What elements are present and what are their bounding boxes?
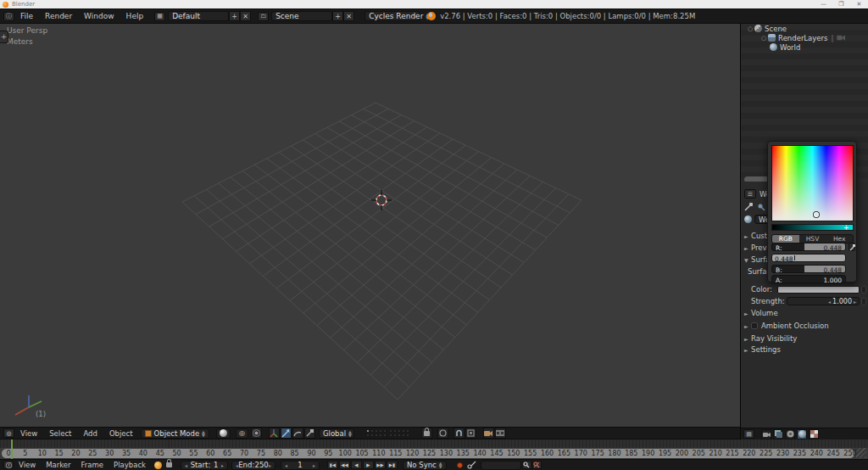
menu-tl-playback[interactable]: Playback: [108, 460, 151, 470]
disclosure-dot-icon[interactable]: ○: [761, 35, 766, 42]
panel-settings[interactable]: ► Settings: [744, 345, 781, 354]
outliner-row-renderlayers[interactable]: ○ RenderLayers |: [741, 33, 868, 42]
ambient-occlusion-checkbox[interactable]: [751, 322, 758, 329]
restore-button[interactable]: ❐: [832, 0, 850, 8]
opengl-render-button[interactable]: [483, 428, 494, 439]
snap-toggle[interactable]: [453, 428, 465, 439]
pin-icon[interactable]: [757, 203, 765, 211]
menu-tl-marker[interactable]: Marker: [41, 460, 75, 470]
insert-keyframe-button[interactable]: [522, 461, 531, 469]
tab-world[interactable]: [797, 429, 807, 439]
layer-toggle[interactable]: [389, 434, 392, 437]
menu-select[interactable]: Select: [43, 427, 77, 440]
layer-toggle[interactable]: [366, 429, 370, 433]
layer-toggle[interactable]: [383, 429, 387, 433]
next-keyframe-button[interactable]: ▶▶: [375, 461, 386, 469]
layer-toggle[interactable]: [402, 434, 405, 437]
layer-toggle[interactable]: [393, 429, 397, 433]
outliner-row-world[interactable]: World: [741, 42, 868, 52]
manipulator-rotate-button[interactable]: [292, 428, 303, 439]
layers-grid-2[interactable]: [389, 429, 409, 437]
layer-toggle[interactable]: [375, 434, 378, 437]
delete-keyframe-button[interactable]: [532, 461, 542, 469]
layer-toggle[interactable]: [379, 434, 382, 437]
blue-slider[interactable]: B: 0.448: [771, 265, 846, 273]
layers-grid-1[interactable]: [366, 429, 387, 437]
layer-toggle[interactable]: [366, 434, 370, 437]
timeline-ruler[interactable]: 0510152025303540455055606570758085909510…: [0, 448, 868, 459]
panel-ray-visibility[interactable]: ► Ray Visibility: [744, 334, 797, 343]
animate-property-button[interactable]: [861, 298, 866, 305]
slider-right-arrow-icon[interactable]: ▸: [854, 299, 856, 305]
jump-to-start-button[interactable]: ▮◀: [327, 461, 338, 469]
color-field-cursor[interactable]: [814, 212, 819, 217]
value-slider-cursor[interactable]: +: [843, 225, 849, 232]
timeline-tracks-area[interactable]: [0, 439, 868, 448]
green-slider-editing[interactable]: 0.448: [771, 254, 846, 262]
minimize-button[interactable]: —: [815, 0, 832, 8]
jump-to-end-button[interactable]: ▶▮: [387, 461, 398, 469]
properties-context-icon[interactable]: ☰: [744, 189, 756, 199]
play-button[interactable]: ▶: [363, 461, 374, 469]
add-layout-button[interactable]: +: [229, 11, 240, 21]
play-reverse-button[interactable]: ◀: [351, 461, 362, 469]
layer-toggle[interactable]: [398, 429, 401, 433]
world-color-swatch[interactable]: [777, 286, 860, 294]
menu-file[interactable]: File: [14, 9, 39, 23]
layer-toggle[interactable]: [379, 429, 382, 433]
timeline-ruler-scrollbar[interactable]: 0510152025303540455055606570758085909510…: [2, 449, 854, 458]
render-engine-selector[interactable]: Cycles Render ▲▼: [364, 11, 420, 21]
slider-left-arrow-icon[interactable]: ◂: [828, 299, 831, 305]
screen-layout-icon[interactable]: ▦: [154, 12, 165, 21]
strength-slider[interactable]: ◂ 1.000 ▸: [787, 297, 860, 305]
resize-grip-icon[interactable]: [856, 448, 866, 458]
editor-type-timeline-icon[interactable]: [3, 461, 14, 469]
stepper-right-icon[interactable]: ▸: [313, 462, 315, 468]
scene-selector-icon[interactable]: 🗀: [258, 12, 269, 21]
layer-toggle[interactable]: [370, 434, 374, 437]
layer-toggle[interactable]: [370, 429, 374, 433]
tab-render[interactable]: [761, 429, 771, 439]
viewport-3d[interactable]: User Persp Meters + (1): [0, 24, 740, 427]
tab-rgb[interactable]: RGB: [772, 235, 799, 243]
disclosure-dot-icon[interactable]: ○: [748, 25, 753, 32]
prev-keyframe-button[interactable]: ◀◀: [339, 461, 350, 469]
layer-toggle[interactable]: [402, 429, 405, 433]
pivot-align-toggle[interactable]: [251, 428, 262, 439]
layer-toggle[interactable]: [406, 434, 409, 437]
value-slider-bar[interactable]: +: [771, 224, 854, 231]
editor-type-info-icon[interactable]: ⓘ: [3, 12, 14, 21]
end-frame-field[interactable]: ◂ End: 250 ▸: [231, 461, 275, 470]
layer-toggle[interactable]: [383, 434, 387, 437]
color-field-square[interactable]: [771, 145, 854, 221]
delete-scene-button[interactable]: ✕: [343, 11, 354, 21]
tab-texture[interactable]: [809, 429, 819, 439]
layer-toggle[interactable]: [406, 429, 409, 433]
animate-property-button[interactable]: [861, 286, 866, 294]
menu-tl-view[interactable]: View: [14, 460, 41, 470]
add-scene-button[interactable]: +: [332, 11, 343, 21]
stepper-right-icon[interactable]: ▸: [221, 462, 224, 468]
sync-mode-selector[interactable]: No Sync ▲▼: [403, 461, 447, 470]
menu-render[interactable]: Render: [39, 9, 78, 23]
close-button[interactable]: ✕: [850, 0, 868, 8]
keying-set-selector[interactable]: [481, 461, 521, 470]
stepper-left-icon[interactable]: ◂: [185, 462, 187, 468]
manipulator-toggle[interactable]: [269, 428, 280, 439]
pivot-point-selector[interactable]: ◎: [236, 428, 248, 439]
red-slider[interactable]: R: 0.448: [771, 243, 846, 251]
mode-selector[interactable]: Object Mode ▲▼: [141, 428, 209, 439]
panel-volume[interactable]: ► Volume: [744, 309, 778, 317]
toolshelf-open-tab[interactable]: +: [0, 31, 8, 43]
viewport-shading-selector[interactable]: [216, 428, 231, 439]
manipulator-scale-button[interactable]: [304, 428, 315, 439]
screen-layout-selector[interactable]: Default: [168, 11, 229, 21]
stepper-left-icon[interactable]: ◂: [285, 462, 287, 468]
delete-layout-button[interactable]: ✕: [240, 11, 251, 21]
layer-toggle[interactable]: [389, 429, 392, 433]
alpha-slider[interactable]: A: 1.000: [771, 275, 846, 283]
menu-view[interactable]: View: [14, 427, 43, 440]
menu-tl-frame[interactable]: Frame: [76, 460, 108, 470]
tab-hex[interactable]: Hex: [826, 235, 853, 243]
auto-keyframe-record-button[interactable]: [457, 462, 463, 468]
